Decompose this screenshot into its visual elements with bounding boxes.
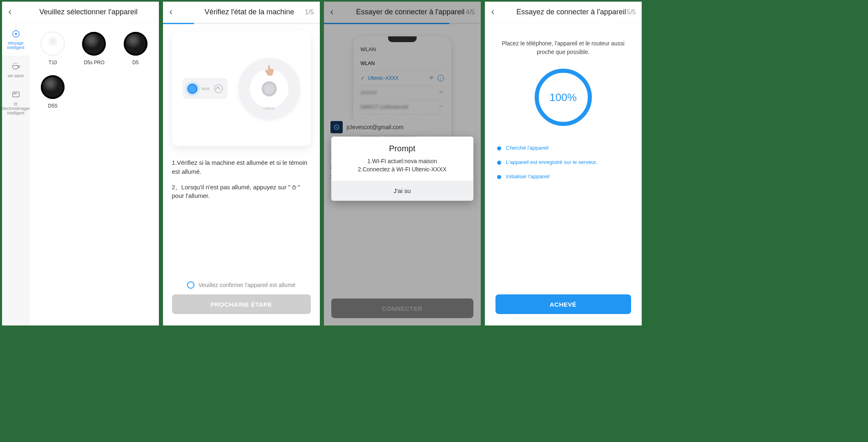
radio-unchecked-icon bbox=[187, 281, 194, 289]
confirm-label: Veuillez confirmer l'appareil est allumé bbox=[199, 282, 296, 288]
power-icon bbox=[290, 184, 298, 190]
svg-point-4 bbox=[16, 93, 16, 94]
device-d5s-pro[interactable]: D5s PRO bbox=[74, 29, 115, 72]
done-button[interactable]: ACHEVÉ bbox=[495, 294, 631, 314]
prompt-dialog: Prompt 1.WI-FI actuel:nova maison 2.Conn… bbox=[331, 137, 473, 201]
page-title: Vérifiez l'état de la machine bbox=[179, 8, 320, 16]
screen-select-device: Veuillez sélectionner l'appareil ettoyag… bbox=[2, 2, 159, 325]
dock-illustration bbox=[183, 79, 228, 99]
dot-icon bbox=[497, 146, 501, 150]
screen-connect-prompt: Essayer de connecter à l'appareil 4/5 WL… bbox=[324, 2, 481, 325]
lidar-icon bbox=[262, 81, 277, 96]
brand-label: Ultenic bbox=[263, 106, 275, 110]
device-grid: T10 D5s PRO D5 D5S bbox=[30, 23, 159, 325]
page-title: Veuillez sélectionner l'appareil bbox=[18, 8, 159, 16]
category-label: vie saine bbox=[8, 74, 24, 78]
status-step: L'appareil est enregistré sur le serveur… bbox=[497, 159, 629, 165]
illustration-card: Ultenic bbox=[172, 31, 311, 146]
device-label: T10 bbox=[49, 60, 57, 65]
category-label: tit électroménager intelligent bbox=[2, 102, 30, 115]
back-button[interactable] bbox=[485, 9, 501, 15]
dots-icon bbox=[202, 88, 209, 90]
dot-icon bbox=[497, 161, 501, 165]
appliance-icon bbox=[11, 90, 21, 99]
category-small-appliance[interactable]: tit électroménager intelligent bbox=[2, 84, 30, 121]
chevron-left-icon bbox=[7, 9, 13, 15]
prompt-body: 1.WI-FI actuel:nova maison 2.Connectez à… bbox=[331, 157, 473, 181]
back-button[interactable] bbox=[2, 9, 18, 15]
device-label: D5 bbox=[132, 60, 138, 65]
device-d5s[interactable]: D5S bbox=[32, 72, 74, 115]
cup-icon bbox=[11, 61, 21, 71]
instruction-line-1: 1.Vérifiez si la machine est allumée et … bbox=[172, 158, 311, 176]
status-steps: Cherché l'appareil L'appareil est enregi… bbox=[495, 145, 631, 188]
category-label: ettoyage intelligent bbox=[4, 41, 28, 50]
hand-tap-icon bbox=[261, 63, 277, 79]
svg-rect-2 bbox=[13, 92, 19, 97]
progress-ring: 100% bbox=[535, 69, 592, 126]
hint-text: Placez le téléphone, l'appareil et le ro… bbox=[495, 39, 631, 56]
confirm-checkbox[interactable]: Veuillez confirmer l'appareil est allumé bbox=[172, 281, 311, 289]
svg-point-1 bbox=[15, 33, 17, 35]
device-thumb bbox=[82, 32, 106, 56]
device-thumb bbox=[41, 32, 65, 56]
header: Veuillez sélectionner l'appareil bbox=[2, 2, 159, 23]
dot-icon bbox=[497, 175, 501, 179]
progress-percent: 100% bbox=[549, 91, 577, 104]
prompt-title: Prompt bbox=[331, 137, 473, 157]
instruction-text: 1.Vérifiez si la machine est allumée et … bbox=[172, 158, 311, 207]
instruction-line-2: 2、Lorsqu'il n'est pas allumé, appuyez su… bbox=[172, 183, 311, 201]
status-step: Initialiser l'appareil bbox=[497, 173, 629, 179]
device-thumb bbox=[124, 32, 147, 56]
power-led-icon bbox=[187, 84, 197, 94]
device-t10[interactable]: T10 bbox=[32, 29, 74, 72]
svg-point-3 bbox=[14, 93, 15, 94]
step-indicator: 5/5 bbox=[627, 9, 636, 16]
category-sidebar: ettoyage intelligent vie saine tit élect… bbox=[2, 23, 30, 325]
device-label: D5S bbox=[48, 103, 57, 109]
prompt-ok-button[interactable]: J'ai su bbox=[331, 181, 473, 201]
device-d5[interactable]: D5 bbox=[115, 29, 156, 72]
screen-check-state: Vérifiez l'état de la machine 1/5 Ulteni… bbox=[163, 2, 320, 325]
screen-connecting-done: Essayez de connecter à l'appareil 5/5 Pl… bbox=[485, 2, 642, 325]
page-title: Essayez de connecter à l'appareil bbox=[501, 8, 642, 16]
robot-illustration: Ultenic bbox=[239, 58, 300, 119]
device-thumb bbox=[41, 75, 65, 99]
home-icon bbox=[214, 84, 223, 93]
back-button[interactable] bbox=[163, 9, 179, 15]
device-label: D5s PRO bbox=[84, 60, 105, 65]
header: Vérifiez l'état de la machine 1/5 bbox=[163, 2, 320, 23]
category-healthy-life[interactable]: vie saine bbox=[2, 56, 30, 84]
category-smart-cleaning[interactable]: ettoyage intelligent bbox=[2, 23, 30, 56]
vacuum-icon bbox=[11, 29, 21, 38]
status-step: Cherché l'appareil bbox=[497, 145, 629, 151]
step-indicator: 1/5 bbox=[305, 9, 314, 16]
next-step-button[interactable]: PROCHAINE ÉTAPE bbox=[172, 294, 311, 314]
chevron-left-icon bbox=[168, 9, 174, 15]
chevron-left-icon bbox=[490, 9, 496, 15]
header: Essayez de connecter à l'appareil 5/5 bbox=[485, 2, 642, 23]
